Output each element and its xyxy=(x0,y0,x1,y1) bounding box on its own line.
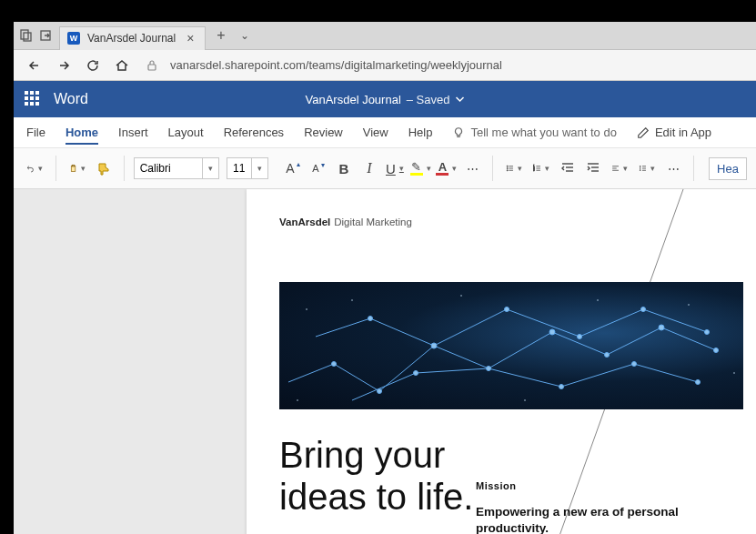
format-painter-button[interactable] xyxy=(93,155,115,182)
increase-indent-button[interactable] xyxy=(582,155,604,182)
forward-button[interactable] xyxy=(55,57,72,74)
svg-point-8 xyxy=(507,167,508,168)
browser-titlebar: W VanArsdel Journal × + ⌄ xyxy=(14,22,756,50)
network-graphic xyxy=(279,282,743,409)
svg-point-43 xyxy=(705,330,710,335)
tab-view[interactable]: View xyxy=(363,120,388,145)
underline-button[interactable]: U▾ xyxy=(384,155,406,182)
refresh-button[interactable] xyxy=(85,57,101,74)
svg-rect-1 xyxy=(24,33,31,41)
font-size-input[interactable] xyxy=(227,158,251,178)
svg-point-48 xyxy=(306,308,307,310)
more-font-button[interactable]: ⋯ xyxy=(461,155,483,182)
lock-icon xyxy=(143,56,161,75)
tab-actions-icon[interactable] xyxy=(19,28,34,43)
new-tab-button[interactable]: + xyxy=(211,27,230,44)
numbering-button[interactable]: 123▾ xyxy=(529,155,553,182)
italic-button[interactable]: I xyxy=(358,155,380,182)
close-tab-icon[interactable]: × xyxy=(183,31,197,45)
bullets-button[interactable]: ▾ xyxy=(502,155,526,182)
tab-file[interactable]: File xyxy=(26,120,45,145)
bold-button[interactable]: B xyxy=(333,155,355,182)
address-bar[interactable]: vanarsdel.sharepoint.com/teams/digitalma… xyxy=(143,56,743,75)
app-launcher-icon[interactable] xyxy=(25,91,41,107)
svg-point-41 xyxy=(578,335,582,339)
align-button[interactable]: ▾ xyxy=(608,155,631,182)
app-name: Word xyxy=(54,91,88,107)
mission-heading: Empowering a new era of personal product… xyxy=(476,504,694,534)
svg-point-36 xyxy=(605,353,610,358)
tab-home[interactable]: Home xyxy=(66,120,98,145)
tab-layout[interactable]: Layout xyxy=(168,120,204,145)
tab-title: VanArsdel Journal xyxy=(87,32,176,45)
word-appbar: Word VanArsdel Journal – Saved xyxy=(14,81,756,117)
separator xyxy=(492,156,493,181)
brand-line: VanArsdelDigital Marketing xyxy=(279,217,756,227)
lightbulb-icon xyxy=(452,126,465,139)
svg-point-38 xyxy=(714,348,719,353)
styles-gallery[interactable]: Hea xyxy=(709,157,747,180)
tell-me-label: Tell me what you want to do xyxy=(470,126,616,139)
shrink-font-button[interactable]: A▾ xyxy=(307,155,329,182)
url-text: vanarsdel.sharepoint.com/teams/digitalma… xyxy=(170,58,502,72)
font-name-combo[interactable]: ▾ xyxy=(134,157,219,179)
svg-point-10 xyxy=(507,170,508,171)
svg-point-39 xyxy=(368,317,373,321)
back-button[interactable] xyxy=(26,57,43,74)
svg-rect-3 xyxy=(148,65,156,70)
undo-button[interactable]: ▾ xyxy=(23,155,46,182)
tab-help[interactable]: Help xyxy=(408,120,433,145)
tabs-menu-chevron-icon[interactable]: ⌄ xyxy=(237,29,253,42)
line-spacing-button[interactable]: ▾ xyxy=(635,155,659,182)
browser-tab[interactable]: W VanArsdel Journal × xyxy=(59,26,206,50)
svg-point-47 xyxy=(696,380,701,385)
document-title-dropdown[interactable]: VanArsdel Journal – Saved xyxy=(306,93,465,106)
document-name: VanArsdel Journal xyxy=(306,93,401,106)
svg-point-52 xyxy=(688,304,690,306)
svg-rect-0 xyxy=(21,30,28,39)
chevron-down-icon xyxy=(455,95,464,104)
home-button[interactable] xyxy=(114,57,130,74)
edit-in-app-button[interactable]: Edit in App xyxy=(637,126,711,139)
chevron-down-icon[interactable]: ▾ xyxy=(202,158,218,178)
tab-review[interactable]: Review xyxy=(304,120,343,145)
mission-label: Mission xyxy=(476,480,694,491)
headline-line2: ideas to life. xyxy=(279,477,473,517)
tab-insert[interactable]: Insert xyxy=(118,120,148,145)
svg-point-54 xyxy=(297,399,298,401)
chevron-down-icon[interactable]: ▾ xyxy=(251,158,267,178)
more-paragraph-button[interactable]: ⋯ xyxy=(662,155,684,182)
mission-block: Mission Empowering a new era of personal… xyxy=(476,480,694,534)
headline-line1: Bring your xyxy=(279,435,445,475)
brand-name: VanArsdel xyxy=(279,217,330,227)
word-file-icon: W xyxy=(67,32,80,45)
svg-point-53 xyxy=(733,372,735,374)
document-page[interactable]: VanArsdelDigital Marketing xyxy=(247,189,756,534)
svg-point-49 xyxy=(351,299,353,301)
paste-button[interactable]: ▾ xyxy=(66,155,89,182)
svg-point-50 xyxy=(460,295,462,297)
set-aside-tabs-icon[interactable] xyxy=(39,28,54,43)
svg-point-42 xyxy=(641,307,646,312)
svg-point-40 xyxy=(505,307,509,312)
svg-point-34 xyxy=(487,367,491,371)
tab-references[interactable]: References xyxy=(224,120,284,145)
svg-point-6 xyxy=(507,166,508,166)
highlight-button[interactable]: ✎▾ xyxy=(409,155,432,182)
document-canvas[interactable]: VanArsdelDigital Marketing xyxy=(14,189,756,534)
svg-point-35 xyxy=(549,329,555,335)
svg-point-55 xyxy=(524,399,526,401)
tell-me-search[interactable]: Tell me what you want to do xyxy=(452,126,616,139)
font-size-combo[interactable]: ▾ xyxy=(227,157,268,179)
grow-font-button[interactable]: A▴ xyxy=(282,155,304,182)
svg-rect-5 xyxy=(72,165,74,166)
separator xyxy=(55,156,56,181)
svg-point-37 xyxy=(659,325,664,330)
decrease-indent-button[interactable] xyxy=(557,155,579,182)
font-name-input[interactable] xyxy=(135,158,202,178)
svg-point-51 xyxy=(597,299,599,301)
separator xyxy=(693,156,694,181)
svg-point-44 xyxy=(414,371,418,376)
font-color-button[interactable]: A▾ xyxy=(436,155,459,182)
ribbon-tabs: File Home Insert Layout References Revie… xyxy=(14,117,756,148)
